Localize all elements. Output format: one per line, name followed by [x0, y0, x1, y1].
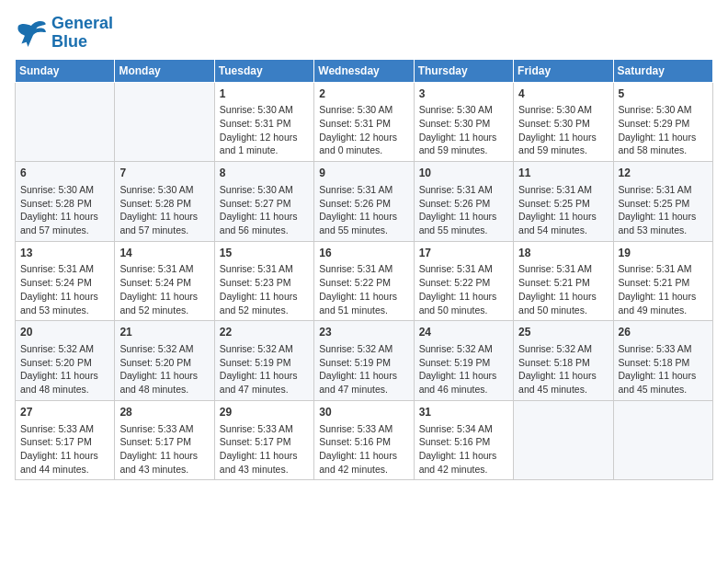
day-info: Sunrise: 5:33 AMSunset: 5:16 PMDaylight:…	[319, 422, 408, 477]
calendar-cell: 31Sunrise: 5:34 AMSunset: 5:16 PMDayligh…	[414, 400, 513, 480]
calendar-cell: 30Sunrise: 5:33 AMSunset: 5:16 PMDayligh…	[314, 400, 414, 480]
day-number: 27	[20, 405, 109, 420]
day-number: 24	[419, 325, 508, 340]
day-number: 7	[119, 166, 209, 181]
calendar-cell: 12Sunrise: 5:31 AMSunset: 5:25 PMDayligh…	[613, 162, 712, 242]
day-info: Sunrise: 5:30 AMSunset: 5:30 PMDaylight:…	[518, 103, 608, 157]
calendar-cell: 16Sunrise: 5:31 AMSunset: 5:22 PMDayligh…	[314, 241, 414, 321]
day-number: 1	[220, 86, 309, 102]
calendar-cell	[613, 400, 712, 480]
day-info: Sunrise: 5:34 AMSunset: 5:16 PMDaylight:…	[419, 422, 508, 477]
calendar-cell: 27Sunrise: 5:33 AMSunset: 5:17 PMDayligh…	[16, 400, 115, 480]
calendar-cell: 21Sunrise: 5:32 AMSunset: 5:20 PMDayligh…	[115, 321, 214, 401]
calendar-week-2: 6Sunrise: 5:30 AMSunset: 5:28 PMDaylight…	[16, 162, 713, 242]
day-info: Sunrise: 5:31 AMSunset: 5:21 PMDaylight:…	[518, 262, 608, 316]
day-info: Sunrise: 5:31 AMSunset: 5:21 PMDaylight:…	[619, 262, 708, 316]
day-number: 19	[619, 246, 708, 261]
day-info: Sunrise: 5:30 AMSunset: 5:31 PMDaylight:…	[319, 103, 408, 157]
calendar-week-5: 27Sunrise: 5:33 AMSunset: 5:17 PMDayligh…	[16, 400, 713, 480]
weekday-header-sunday: Sunday	[16, 59, 115, 82]
day-info: Sunrise: 5:31 AMSunset: 5:22 PMDaylight:…	[319, 262, 408, 316]
day-info: Sunrise: 5:32 AMSunset: 5:19 PMDaylight:…	[419, 342, 508, 396]
calendar-cell: 1Sunrise: 5:30 AMSunset: 5:31 PMDaylight…	[214, 82, 313, 162]
logo-text: General Blue	[51, 15, 113, 52]
calendar-cell	[514, 400, 613, 480]
calendar-cell: 20Sunrise: 5:32 AMSunset: 5:20 PMDayligh…	[16, 321, 115, 401]
day-number: 17	[419, 246, 508, 261]
logo-icon	[15, 19, 48, 47]
day-number: 12	[619, 166, 708, 181]
calendar-week-1: 1Sunrise: 5:30 AMSunset: 5:31 PMDaylight…	[16, 82, 713, 162]
day-number: 6	[20, 166, 109, 181]
day-number: 18	[518, 246, 608, 261]
day-number: 11	[518, 166, 608, 181]
day-number: 23	[319, 325, 408, 340]
day-number: 28	[119, 405, 209, 420]
weekday-header-row: SundayMondayTuesdayWednesdayThursdayFrid…	[16, 59, 713, 82]
day-info: Sunrise: 5:33 AMSunset: 5:18 PMDaylight:…	[619, 342, 708, 396]
calendar-cell: 15Sunrise: 5:31 AMSunset: 5:23 PMDayligh…	[214, 241, 313, 321]
day-info: Sunrise: 5:32 AMSunset: 5:20 PMDaylight:…	[20, 342, 109, 396]
weekday-header-saturday: Saturday	[613, 59, 712, 82]
day-info: Sunrise: 5:31 AMSunset: 5:26 PMDaylight:…	[319, 183, 408, 237]
day-number: 30	[319, 405, 408, 420]
calendar-cell: 25Sunrise: 5:32 AMSunset: 5:18 PMDayligh…	[514, 321, 613, 401]
day-number: 2	[319, 86, 408, 102]
day-info: Sunrise: 5:31 AMSunset: 5:25 PMDaylight:…	[619, 183, 708, 237]
calendar-cell: 23Sunrise: 5:32 AMSunset: 5:19 PMDayligh…	[314, 321, 414, 401]
day-info: Sunrise: 5:32 AMSunset: 5:18 PMDaylight:…	[518, 342, 608, 396]
calendar-cell: 4Sunrise: 5:30 AMSunset: 5:30 PMDaylight…	[514, 82, 613, 162]
calendar-cell	[16, 82, 115, 162]
calendar-table: SundayMondayTuesdayWednesdayThursdayFrid…	[15, 59, 713, 481]
logo: General Blue	[15, 15, 113, 52]
calendar-cell: 17Sunrise: 5:31 AMSunset: 5:22 PMDayligh…	[414, 241, 513, 321]
calendar-cell: 10Sunrise: 5:31 AMSunset: 5:26 PMDayligh…	[414, 162, 513, 242]
weekday-header-thursday: Thursday	[414, 59, 513, 82]
calendar-cell: 5Sunrise: 5:30 AMSunset: 5:29 PMDaylight…	[613, 82, 712, 162]
day-info: Sunrise: 5:33 AMSunset: 5:17 PMDaylight:…	[20, 422, 109, 477]
calendar-cell: 18Sunrise: 5:31 AMSunset: 5:21 PMDayligh…	[514, 241, 613, 321]
calendar-cell: 26Sunrise: 5:33 AMSunset: 5:18 PMDayligh…	[613, 321, 712, 401]
day-info: Sunrise: 5:30 AMSunset: 5:30 PMDaylight:…	[419, 103, 508, 157]
calendar-cell: 8Sunrise: 5:30 AMSunset: 5:27 PMDaylight…	[214, 162, 313, 242]
calendar-cell: 6Sunrise: 5:30 AMSunset: 5:28 PMDaylight…	[16, 162, 115, 242]
day-info: Sunrise: 5:32 AMSunset: 5:19 PMDaylight:…	[220, 342, 309, 396]
day-number: 8	[220, 166, 309, 181]
day-number: 31	[419, 405, 508, 420]
day-info: Sunrise: 5:31 AMSunset: 5:22 PMDaylight:…	[419, 262, 508, 316]
day-number: 5	[619, 86, 708, 102]
calendar-cell	[115, 82, 214, 162]
day-info: Sunrise: 5:31 AMSunset: 5:24 PMDaylight:…	[119, 262, 209, 316]
calendar-cell: 13Sunrise: 5:31 AMSunset: 5:24 PMDayligh…	[16, 241, 115, 321]
day-number: 15	[220, 246, 309, 261]
day-info: Sunrise: 5:31 AMSunset: 5:25 PMDaylight:…	[518, 183, 608, 237]
day-number: 20	[20, 325, 109, 340]
day-number: 3	[419, 86, 508, 102]
weekday-header-monday: Monday	[115, 59, 214, 82]
day-info: Sunrise: 5:30 AMSunset: 5:29 PMDaylight:…	[619, 103, 708, 157]
weekday-header-tuesday: Tuesday	[214, 59, 313, 82]
calendar-cell: 28Sunrise: 5:33 AMSunset: 5:17 PMDayligh…	[115, 400, 214, 480]
day-number: 4	[518, 86, 608, 102]
day-number: 25	[518, 325, 608, 340]
calendar-cell: 14Sunrise: 5:31 AMSunset: 5:24 PMDayligh…	[115, 241, 214, 321]
calendar-cell: 29Sunrise: 5:33 AMSunset: 5:17 PMDayligh…	[214, 400, 313, 480]
day-info: Sunrise: 5:30 AMSunset: 5:31 PMDaylight:…	[220, 103, 309, 157]
day-info: Sunrise: 5:31 AMSunset: 5:23 PMDaylight:…	[220, 262, 309, 316]
day-number: 13	[20, 246, 109, 261]
calendar-cell: 7Sunrise: 5:30 AMSunset: 5:28 PMDaylight…	[115, 162, 214, 242]
day-number: 22	[220, 325, 309, 340]
day-number: 10	[419, 166, 508, 181]
calendar-cell: 9Sunrise: 5:31 AMSunset: 5:26 PMDaylight…	[314, 162, 414, 242]
calendar-week-3: 13Sunrise: 5:31 AMSunset: 5:24 PMDayligh…	[16, 241, 713, 321]
day-info: Sunrise: 5:30 AMSunset: 5:27 PMDaylight:…	[220, 183, 309, 237]
day-number: 29	[220, 405, 309, 420]
calendar-cell: 2Sunrise: 5:30 AMSunset: 5:31 PMDaylight…	[314, 82, 414, 162]
day-info: Sunrise: 5:30 AMSunset: 5:28 PMDaylight:…	[119, 183, 209, 237]
day-number: 16	[319, 246, 408, 261]
calendar-cell: 3Sunrise: 5:30 AMSunset: 5:30 PMDaylight…	[414, 82, 513, 162]
day-info: Sunrise: 5:30 AMSunset: 5:28 PMDaylight:…	[20, 183, 109, 237]
weekday-header-wednesday: Wednesday	[314, 59, 414, 82]
calendar-cell: 19Sunrise: 5:31 AMSunset: 5:21 PMDayligh…	[613, 241, 712, 321]
calendar-cell: 11Sunrise: 5:31 AMSunset: 5:25 PMDayligh…	[514, 162, 613, 242]
